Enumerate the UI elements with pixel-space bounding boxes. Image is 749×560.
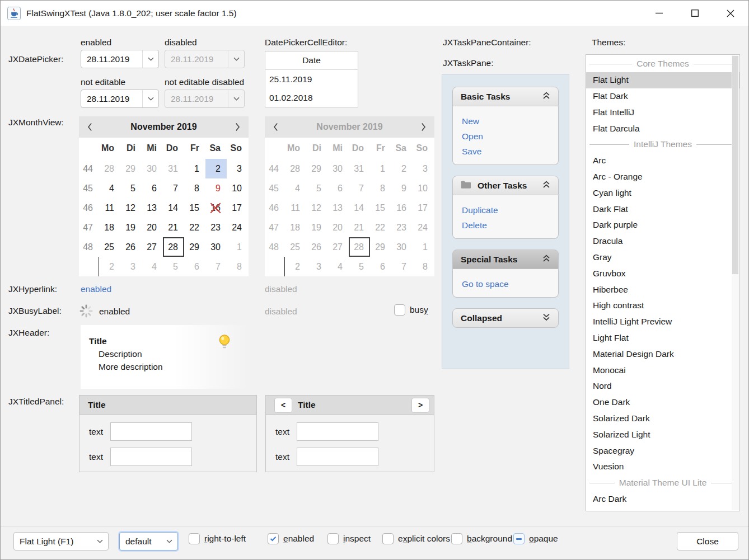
date-table-row[interactable]: 25.11.2019 — [265, 70, 358, 88]
theme-item[interactable]: Gruvbox — [586, 265, 739, 281]
theme-item[interactable]: Light Flat — [586, 330, 739, 346]
checkbox-box[interactable] — [382, 533, 394, 544]
theme-combobox[interactable]: Flat Light (F1) — [13, 532, 109, 550]
checkbox-box[interactable] — [451, 533, 462, 544]
theme-item[interactable]: Nord — [586, 378, 739, 394]
prev-month-icon[interactable] — [87, 123, 92, 131]
minimize-button[interactable] — [641, 1, 677, 26]
busy-checkbox[interactable]: busy — [394, 304, 428, 316]
day-cell[interactable]: 16 — [205, 198, 227, 218]
themes-list[interactable]: Core ThemesFlat LightFlat DarkFlat Intel… — [586, 54, 740, 511]
theme-item[interactable]: Dracula — [586, 233, 739, 250]
day-cell[interactable]: 14 — [163, 198, 184, 218]
taskpane-header[interactable]: Basic Tasks — [452, 87, 559, 106]
task-link[interactable]: Go to space — [462, 276, 549, 291]
day-cell[interactable]: 26 — [120, 237, 142, 257]
day-cell[interactable]: 6 — [142, 178, 163, 198]
titledpanel-prev-button[interactable]: < — [274, 398, 292, 413]
day-cell[interactable]: 30 — [142, 159, 163, 178]
right-to-left-checkbox[interactable]: right-to-left — [189, 533, 246, 544]
scale-combobox[interactable]: default — [119, 532, 178, 550]
day-cell[interactable]: 17 — [227, 198, 248, 218]
day-cell[interactable]: 31 — [163, 159, 184, 178]
theme-item[interactable]: Cyan light — [586, 185, 739, 201]
theme-item[interactable]: Arc Dark Contrast — [586, 507, 739, 511]
explicit-colors-checkbox[interactable]: explicit colors — [382, 533, 450, 544]
theme-item[interactable]: Solarized Light — [586, 426, 739, 443]
day-cell[interactable]: 25 — [99, 237, 120, 257]
task-link[interactable]: Open — [462, 129, 549, 144]
day-cell[interactable]: 8 — [184, 178, 205, 198]
checkbox-box[interactable] — [513, 533, 525, 544]
theme-item[interactable]: Arc Dark — [586, 491, 739, 507]
theme-item[interactable]: Spacegray — [586, 443, 739, 459]
day-cell[interactable]: 11 — [99, 198, 120, 218]
day-cell[interactable]: 3 — [120, 257, 142, 276]
theme-item[interactable]: Flat Light — [586, 72, 739, 88]
day-cell[interactable]: 20 — [142, 218, 163, 237]
close-window-button[interactable] — [713, 1, 748, 26]
day-cell[interactable]: 18 — [99, 218, 120, 237]
theme-item[interactable]: Hiberbee — [586, 281, 739, 298]
chevron-down-icon[interactable] — [92, 533, 108, 550]
monthview-enabled[interactable]: November 2019MoDiMiDoFrSaSo4428293031123… — [79, 116, 249, 276]
day-cell[interactable]: 4 — [142, 257, 163, 276]
maximize-button[interactable] — [677, 1, 713, 26]
day-cell[interactable]: 28 — [163, 237, 184, 257]
day-cell[interactable]: 1 — [184, 159, 205, 178]
day-cell[interactable]: 2 — [99, 257, 120, 276]
expand-chevron-icon[interactable] — [542, 313, 550, 323]
text-field[interactable] — [297, 448, 378, 466]
theme-item[interactable]: Material Design Dark — [586, 346, 739, 362]
day-cell[interactable]: 7 — [163, 178, 184, 198]
collapse-chevron-icon[interactable] — [542, 181, 550, 191]
day-cell[interactable]: 28 — [99, 159, 120, 178]
day-cell[interactable]: 23 — [205, 218, 227, 237]
collapse-chevron-icon[interactable] — [542, 92, 550, 102]
scrollbar[interactable] — [732, 55, 739, 510]
task-link[interactable]: Delete — [462, 218, 549, 233]
day-cell[interactable]: 6 — [184, 257, 205, 276]
theme-item[interactable]: Monocai — [586, 362, 739, 378]
theme-item[interactable]: Dark Flat — [586, 201, 739, 217]
inspect-checkbox[interactable]: inspect — [327, 533, 371, 544]
close-button[interactable]: Close — [677, 532, 738, 550]
theme-item[interactable]: High contrast — [586, 298, 739, 314]
day-cell[interactable]: 5 — [120, 178, 142, 198]
day-cell[interactable]: 8 — [227, 257, 248, 276]
datepicker-enabled[interactable]: 28.11.2019 — [81, 50, 159, 68]
enabled-checkbox[interactable]: enabled — [268, 533, 314, 544]
text-field[interactable] — [110, 422, 192, 441]
day-cell[interactable]: 7 — [205, 257, 227, 276]
day-cell[interactable]: 3 — [227, 159, 248, 178]
day-cell[interactable]: 5 — [163, 257, 184, 276]
collapse-chevron-icon[interactable] — [542, 255, 550, 265]
taskpane-header[interactable]: Special Tasks — [452, 250, 559, 269]
chevron-down-icon[interactable] — [161, 533, 177, 550]
day-cell[interactable]: 27 — [142, 237, 163, 257]
day-cell[interactable]: 13 — [142, 198, 163, 218]
theme-item[interactable]: Flat IntelliJ — [586, 104, 739, 120]
theme-item[interactable]: Flat Darcula — [586, 120, 739, 137]
datepicker-not-editable[interactable]: 28.11.2019 — [81, 90, 159, 108]
theme-item[interactable]: Solarized Dark — [586, 411, 739, 427]
opaque-checkbox[interactable]: opaque — [513, 533, 558, 544]
taskpane-header[interactable]: Collapsed — [452, 308, 559, 328]
day-cell[interactable]: 10 — [227, 178, 248, 198]
taskpane-header[interactable]: Other Tasks — [452, 176, 559, 195]
theme-item[interactable]: Dark purple — [586, 217, 739, 233]
theme-item[interactable]: Arc — [586, 153, 739, 169]
day-cell[interactable]: 15 — [184, 198, 205, 218]
hyperlink-enabled[interactable]: enabled — [81, 284, 111, 294]
day-cell[interactable]: 29 — [184, 237, 205, 257]
theme-item[interactable]: Gray — [586, 250, 739, 266]
titledpanel-next-button[interactable]: > — [411, 398, 429, 413]
date-table-row[interactable]: 01.02.2018 — [265, 88, 358, 107]
checkbox-box[interactable] — [327, 533, 339, 544]
chevron-down-icon[interactable] — [142, 50, 158, 68]
day-cell[interactable]: 19 — [120, 218, 142, 237]
background-checkbox[interactable]: background — [451, 533, 512, 544]
day-cell[interactable]: 29 — [120, 159, 142, 178]
day-cell[interactable]: 30 — [205, 237, 227, 257]
scrollbar-thumb[interactable] — [732, 56, 738, 274]
